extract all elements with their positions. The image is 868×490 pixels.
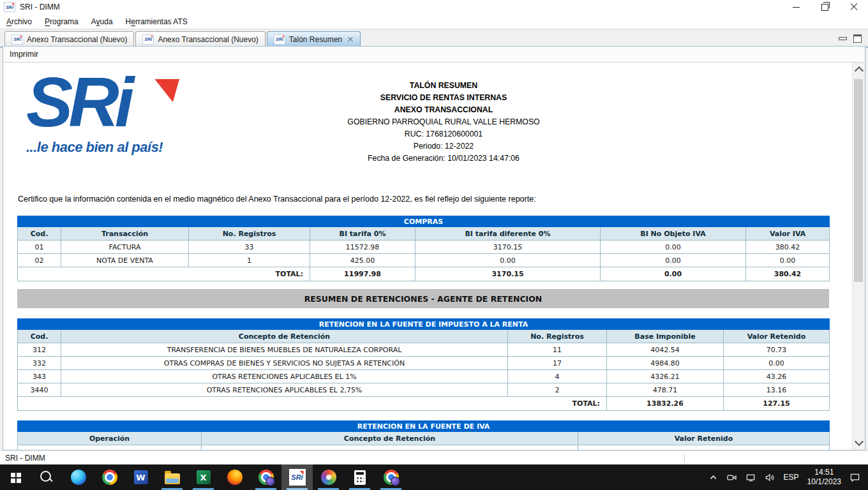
word-icon: W: [134, 470, 148, 484]
clock[interactable]: 14:51 10/1/2023: [807, 468, 841, 487]
start-button[interactable]: [0, 464, 31, 490]
action-center-icon[interactable]: [849, 472, 860, 482]
compras-title: COMPRAS: [18, 216, 830, 227]
toolbar: Imprimir: [3, 47, 865, 63]
taskbar-chrome-profile[interactable]: [250, 464, 281, 490]
app-window: SRi SRI - DIMM Archivo Programa Ayuda He…: [0, 0, 868, 490]
scrollbar-thumb[interactable]: [854, 79, 863, 282]
col-header: Concepto de Retención: [202, 432, 578, 445]
menu-programa[interactable]: Programa: [38, 15, 85, 28]
sri-logo: SRi ...le hace bien al país!: [26, 70, 198, 156]
calculator-icon: [354, 470, 366, 485]
search-icon: [40, 471, 51, 482]
volume-icon[interactable]: [765, 473, 775, 482]
clock-date: 10/1/2023: [807, 477, 841, 487]
menu-bar: Archivo Programa Ayuda Herramientas ATS: [0, 14, 868, 29]
table-row: 3440 OTRAS RETENCIONES APLICABLES EL 2,7…: [18, 383, 830, 397]
excel-icon: X: [197, 470, 211, 484]
retencion-renta-table: RETENCION EN LA FUENTE DE IMPUESTO A LA …: [17, 318, 830, 411]
menu-ayuda[interactable]: Ayuda: [85, 15, 119, 28]
minimize-view-icon[interactable]: [839, 37, 847, 40]
table-row: 01 FACTURA 33 11572.98 3170.15 0.00 380.…: [18, 241, 830, 254]
status-bar: SRI - DIMM: [0, 450, 868, 465]
tab-close-icon[interactable]: [347, 36, 354, 43]
col-header: Cod.: [18, 227, 61, 241]
table-row: 343 OTRAS RETENCIONES APLICABLES EL 1% 4…: [18, 370, 830, 383]
firefox-icon: [227, 470, 243, 485]
renta-title: RETENCION EN LA FUENTE DE IMPUESTO A LA …: [18, 319, 830, 330]
menu-archivo[interactable]: Archivo: [0, 15, 38, 28]
taskbar-calculator[interactable]: [344, 464, 375, 490]
header-title: TALÓN RESUMEN: [246, 80, 641, 92]
restore-button[interactable]: [811, 0, 839, 14]
work-panel: Imprimir SRi ...le hace bien al país! TA…: [3, 46, 865, 450]
taskbar-excel[interactable]: X: [188, 464, 219, 490]
col-header: Concepto de Retención: [61, 330, 508, 343]
scroll-down-icon[interactable]: [855, 437, 864, 446]
taskbar-firefox[interactable]: [219, 464, 250, 490]
title-bar: SRi SRI - DIMM: [0, 0, 868, 14]
document-header: TALÓN RESUMEN SERVICIO DE RENTAS INTERNA…: [246, 80, 641, 165]
taskbar-word[interactable]: W: [125, 464, 156, 490]
col-header: Valor Retenido: [578, 432, 830, 445]
tab-label: Talón Resumen: [289, 35, 342, 44]
file-explorer-icon: [165, 473, 180, 484]
tab-anexo-transaccional-1[interactable]: SRi Anexo Transaccional (Nuevo): [4, 31, 134, 47]
sri-tab-icon: SRi: [274, 34, 285, 45]
resumen-retenciones-bar: RESUMEN DE RETENCIONES - AGENTE DE RETEN…: [17, 289, 829, 308]
taskbar-sri-dimm[interactable]: SRi: [281, 464, 313, 490]
print-button[interactable]: Imprimir: [10, 50, 38, 59]
talon-resumen-document: SRi ...le hace bien al país! TALÓN RESUM…: [3, 63, 865, 450]
taskbar: W X SRi ESP 14:51 10/1/2023: [0, 464, 868, 490]
taskbar-paint[interactable]: [313, 464, 344, 490]
certification-text: Certifico que la información contenida e…: [18, 195, 536, 204]
maximize-view-icon[interactable]: [853, 34, 862, 43]
col-header: Valor IVA: [746, 227, 830, 241]
table-row: [18, 445, 830, 450]
tab-label: Anexo Transaccional (Nuevo): [27, 35, 127, 44]
renta-total-row: TOTAL: 13832.26 127.15: [18, 397, 830, 411]
retencion-iva-table: RETENCION EN LA FUENTE DE IVA Operación …: [17, 420, 830, 450]
table-row: 312 TRANSFERENCIA DE BIENES MUEBLES DE N…: [18, 343, 830, 357]
compras-table: COMPRAS Cod. Transacción No. Registros B…: [17, 216, 830, 281]
taskbar-search-button[interactable]: [31, 464, 63, 490]
system-tray: ESP 14:51 10/1/2023: [708, 468, 868, 487]
total-label: TOTAL:: [18, 397, 607, 411]
menu-herramientas-ats[interactable]: Herramientas ATS: [119, 15, 194, 28]
taskbar-edge[interactable]: [63, 464, 94, 490]
profile-badge-icon: [266, 477, 275, 486]
windows-logo-icon: [11, 473, 15, 477]
header-period: Periodo: 12-2022: [246, 140, 641, 152]
tab-anexo-transaccional-2[interactable]: SRi Anexo Transaccional (Nuevo): [135, 31, 265, 47]
close-button[interactable]: [839, 0, 868, 14]
taskbar-chrome[interactable]: [94, 464, 125, 490]
total-label: TOTAL:: [18, 267, 310, 281]
tab-bar: SRi Anexo Transaccional (Nuevo) SRi Anex…: [0, 29, 868, 48]
sri-tab-icon: SRi: [142, 34, 154, 45]
col-header: Cod.: [18, 330, 61, 343]
col-header: BI tarifa diferente 0%: [415, 227, 601, 241]
table-row: 332 OTRAS COMPRAS DE BIENES Y SERVICIOS …: [18, 357, 830, 370]
language-indicator[interactable]: ESP: [784, 473, 799, 482]
minimize-button[interactable]: [782, 0, 811, 14]
app-icon: SRi: [4, 2, 15, 12]
network-icon[interactable]: [745, 473, 756, 482]
col-header: No. Registros: [508, 330, 607, 343]
minimize-icon: [793, 7, 800, 8]
sri-logo-slogan: ...le hace bien al país!: [26, 139, 198, 156]
col-header: No. Registros: [189, 227, 310, 241]
col-header: Valor Retenido: [724, 330, 830, 343]
profile-badge-icon: [391, 477, 400, 486]
col-header: Operación: [18, 432, 202, 445]
meet-now-icon[interactable]: [726, 473, 737, 482]
header-ruc: RUC: 1768120600001: [246, 128, 641, 140]
taskbar-file-explorer[interactable]: [156, 464, 188, 490]
sri-tab-icon: SRi: [11, 34, 23, 45]
vertical-scrollbar[interactable]: [852, 63, 865, 450]
tab-talon-resumen[interactable]: SRi Talón Resumen: [267, 31, 361, 47]
taskbar-chrome-profile-2[interactable]: [375, 464, 407, 490]
scroll-up-icon[interactable]: [855, 66, 864, 75]
report-viewport: SRi ...le hace bien al país! TALÓN RESUM…: [3, 63, 865, 450]
hidden-icons-chevron[interactable]: [708, 473, 718, 482]
compras-total-row: TOTAL: 11997.98 3170.15 0.00 380.42: [18, 267, 830, 281]
